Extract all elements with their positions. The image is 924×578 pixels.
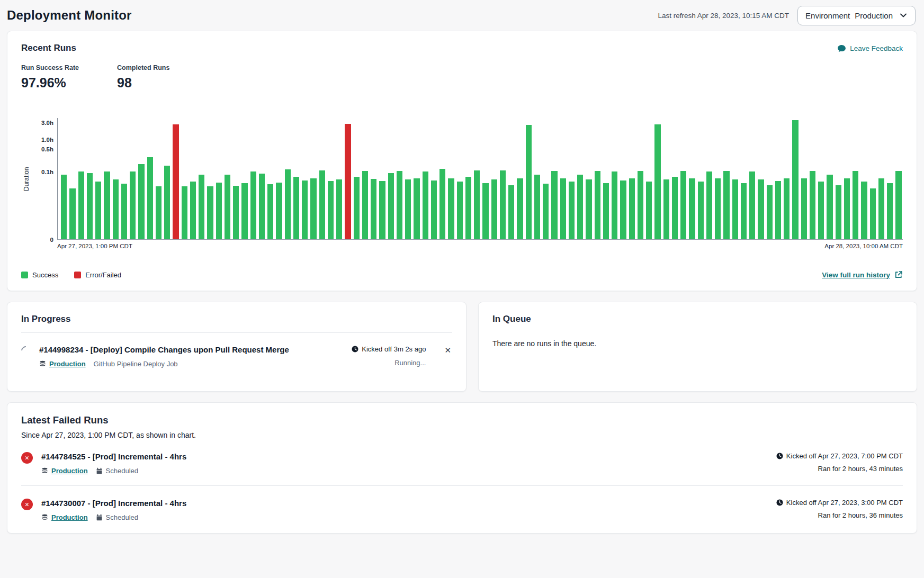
environment-link[interactable]: Production [39,360,86,368]
run-bar-success[interactable] [543,184,549,239]
run-bar-success[interactable] [138,164,144,239]
run-bar-success[interactable] [354,177,360,239]
run-bar-success[interactable] [672,177,678,239]
run-bar-failed[interactable] [173,124,178,239]
run-bar-success[interactable] [612,171,617,239]
run-bar-success[interactable] [878,178,884,239]
run-bar-success[interactable] [698,182,704,239]
run-bar-success[interactable] [216,183,222,240]
run-bar-success[interactable] [482,183,488,239]
run-bar-success[interactable] [586,179,591,239]
run-bar-success[interactable] [810,171,815,239]
run-bar-success[interactable] [69,188,75,239]
run-bar-success[interactable] [517,178,523,239]
run-bar-success[interactable] [758,179,764,239]
run-bar-success[interactable] [397,171,402,239]
run-bar-success[interactable] [113,179,119,239]
run-bar-success[interactable] [259,174,265,239]
run-bar-success[interactable] [423,171,428,239]
run-bar-success[interactable] [431,180,437,239]
run-bar-success[interactable] [414,178,419,239]
run-bar-success[interactable] [646,182,652,239]
run-bar-success[interactable] [95,182,101,239]
run-bar-success[interactable] [818,182,824,239]
run-bar-success[interactable] [182,186,187,239]
run-bar-success[interactable] [465,177,471,239]
run-bar-success[interactable] [569,182,575,239]
run-bar-success[interactable] [362,171,368,239]
environment-dropdown[interactable]: Environment Production [797,6,916,25]
run-bar-success[interactable] [603,183,609,239]
run-bar-success[interactable] [405,179,411,239]
run-bar-success[interactable] [87,173,93,239]
run-bar-success[interactable] [741,183,747,239]
run-bar-success[interactable] [680,171,686,239]
run-bar-success[interactable] [836,185,841,239]
run-bar-success[interactable] [199,175,204,239]
run-bar-success[interactable] [457,182,463,239]
run-bar-success[interactable] [560,178,566,239]
run-bar-success[interactable] [577,175,583,239]
run-bar-success[interactable] [749,171,755,240]
run-bar-success[interactable] [285,169,291,239]
run-bar-success[interactable] [551,171,557,239]
run-bar-success[interactable] [130,171,136,239]
run-bar-success[interactable] [448,178,454,239]
run-bar-success[interactable] [767,185,773,239]
run-bar-success[interactable] [121,184,127,239]
close-icon[interactable]: ✕ [443,345,452,355]
run-bar-success[interactable] [775,181,781,239]
run-bar-success[interactable] [328,181,334,239]
run-bar-success[interactable] [853,171,858,239]
run-bar-success[interactable] [379,181,385,239]
run-bar-failed[interactable] [345,124,351,239]
run-bar-success[interactable] [61,175,67,239]
run-bar-success[interactable] [663,179,669,239]
run-bar-success[interactable] [534,175,540,239]
environment-link[interactable]: Production [41,513,88,521]
run-bar-success[interactable] [689,178,695,239]
run-bar-success[interactable] [207,186,213,239]
run-bar-success[interactable] [638,171,643,239]
run-bar-success[interactable] [241,183,247,239]
environment-link[interactable]: Production [41,467,88,475]
run-bar-success[interactable] [474,170,480,239]
run-bar-success[interactable] [595,171,600,239]
run-bar-success[interactable] [715,178,721,239]
run-bar-success[interactable] [784,178,790,239]
run-bar-success[interactable] [104,171,110,239]
run-bar-success[interactable] [887,183,893,239]
run-bar-success[interactable] [156,186,162,239]
run-bar-success[interactable] [723,171,729,239]
run-bar-success[interactable] [654,124,660,239]
run-bar-success[interactable] [827,175,832,239]
run-bar-success[interactable] [225,175,230,239]
view-full-run-history-link[interactable]: View full run history [822,270,903,279]
run-bar-success[interactable] [310,178,316,239]
run-bar-success[interactable] [629,178,635,239]
leave-feedback-link[interactable]: Leave Feedback [837,44,903,53]
run-bar-success[interactable] [147,157,153,240]
run-bar-success[interactable] [190,182,196,239]
run-bar-success[interactable] [732,179,738,239]
run-bar-success[interactable] [861,182,867,239]
run-bar-success[interactable] [706,171,712,239]
run-bar-success[interactable] [870,188,876,239]
run-bar-success[interactable] [371,179,376,239]
run-bar-success[interactable] [620,180,626,239]
run-bar-success[interactable] [164,166,170,239]
run-bar-success[interactable] [526,125,532,239]
run-bar-success[interactable] [276,183,282,240]
run-bar-success[interactable] [844,178,850,239]
run-bar-success[interactable] [801,178,807,239]
run-bar-success[interactable] [388,173,394,239]
run-bar-success[interactable] [336,179,342,239]
run-bar-success[interactable] [500,170,506,240]
run-bar-success[interactable] [439,169,445,239]
run-bar-success[interactable] [319,170,325,240]
run-bar-success[interactable] [302,180,308,239]
run-bar-success[interactable] [792,120,798,239]
run-bar-success[interactable] [233,186,239,239]
run-bar-success[interactable] [78,171,84,239]
run-bar-success[interactable] [895,171,901,239]
